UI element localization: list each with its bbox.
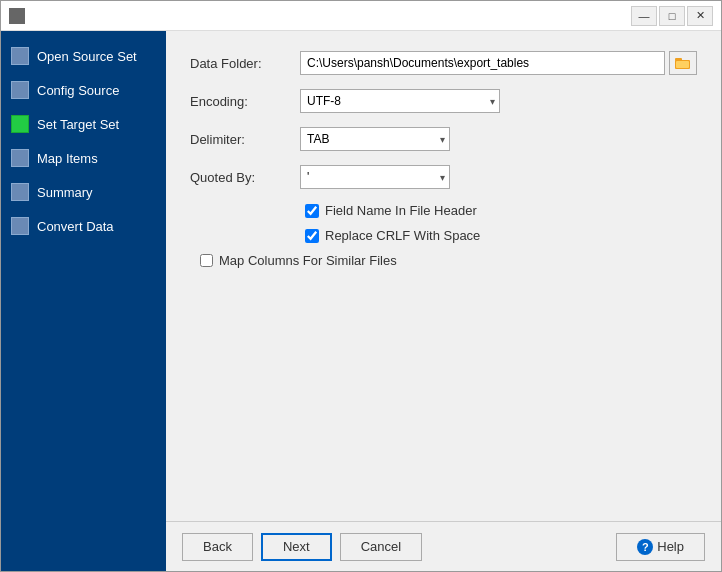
cancel-button[interactable]: Cancel [340, 533, 422, 561]
sidebar-item-convert-data[interactable]: Convert Data [1, 209, 166, 243]
set-target-set-icon [11, 115, 29, 133]
svg-rect-5 [675, 58, 682, 61]
quoted-by-row: Quoted By: ' " None [190, 165, 697, 189]
field-name-header-label[interactable]: Field Name In File Header [325, 203, 477, 218]
help-icon: ? [637, 539, 653, 555]
svg-rect-3 [18, 17, 22, 21]
footer-left: Back Next Cancel [182, 533, 422, 561]
sidebar: Open Source Set Config Source Set Target… [1, 31, 166, 571]
svg-rect-0 [12, 11, 16, 15]
encoding-label: Encoding: [190, 94, 300, 109]
quoted-by-select[interactable]: ' " None [300, 165, 450, 189]
convert-data-icon [11, 217, 29, 235]
summary-label: Summary [37, 185, 93, 200]
sidebar-item-open-source-set[interactable]: Open Source Set [1, 39, 166, 73]
main-window: — □ ✕ Open Source Set Config Source Set … [0, 0, 722, 572]
field-name-header-row: Field Name In File Header [190, 203, 697, 218]
map-items-label: Map Items [37, 151, 98, 166]
map-columns-label[interactable]: Map Columns For Similar Files [219, 253, 397, 268]
encoding-select-wrapper: UTF-8 UTF-16 ASCII ISO-8859-1 [300, 89, 500, 113]
close-button[interactable]: ✕ [687, 6, 713, 26]
title-bar: — □ ✕ [1, 1, 721, 31]
field-name-header-checkbox[interactable] [305, 204, 319, 218]
replace-crlf-checkbox[interactable] [305, 229, 319, 243]
content-area: Data Folder: Encodin [166, 31, 721, 571]
content-main: Data Folder: Encodin [166, 31, 721, 521]
app-icon [9, 8, 25, 24]
svg-rect-1 [18, 11, 22, 15]
convert-data-label: Convert Data [37, 219, 114, 234]
data-folder-input[interactable] [300, 51, 665, 75]
map-columns-row: Map Columns For Similar Files [190, 253, 697, 268]
next-button[interactable]: Next [261, 533, 332, 561]
data-folder-row: Data Folder: [190, 51, 697, 75]
encoding-row: Encoding: UTF-8 UTF-16 ASCII ISO-8859-1 [190, 89, 697, 113]
delimiter-row: Delimiter: TAB COMMA SEMICOLON PIPE [190, 127, 697, 151]
help-label: Help [657, 539, 684, 554]
window-body: Open Source Set Config Source Set Target… [1, 31, 721, 571]
sidebar-item-set-target-set[interactable]: Set Target Set [1, 107, 166, 141]
delimiter-select[interactable]: TAB COMMA SEMICOLON PIPE [300, 127, 450, 151]
back-button[interactable]: Back [182, 533, 253, 561]
replace-crlf-row: Replace CRLF With Space [190, 228, 697, 243]
folder-icon [675, 56, 691, 70]
browse-button[interactable] [669, 51, 697, 75]
delimiter-label: Delimiter: [190, 132, 300, 147]
delimiter-select-wrapper: TAB COMMA SEMICOLON PIPE [300, 127, 450, 151]
sidebar-item-summary[interactable]: Summary [1, 175, 166, 209]
config-source-label: Config Source [37, 83, 119, 98]
data-folder-label: Data Folder: [190, 56, 300, 71]
data-folder-control [300, 51, 697, 75]
svg-rect-6 [676, 61, 689, 68]
encoding-select[interactable]: UTF-8 UTF-16 ASCII ISO-8859-1 [300, 89, 500, 113]
title-bar-left [9, 8, 25, 24]
footer-right: ? Help [616, 533, 705, 561]
map-columns-checkbox[interactable] [200, 254, 213, 267]
svg-rect-2 [12, 17, 16, 21]
maximize-button[interactable]: □ [659, 6, 685, 26]
title-bar-controls: — □ ✕ [631, 6, 713, 26]
quoted-by-label: Quoted By: [190, 170, 300, 185]
open-source-set-icon [11, 47, 29, 65]
footer: Back Next Cancel ? Help [166, 521, 721, 571]
help-button[interactable]: ? Help [616, 533, 705, 561]
summary-icon [11, 183, 29, 201]
replace-crlf-label[interactable]: Replace CRLF With Space [325, 228, 480, 243]
open-source-set-label: Open Source Set [37, 49, 137, 64]
map-items-icon [11, 149, 29, 167]
minimize-button[interactable]: — [631, 6, 657, 26]
sidebar-item-config-source[interactable]: Config Source [1, 73, 166, 107]
set-target-set-label: Set Target Set [37, 117, 119, 132]
sidebar-item-map-items[interactable]: Map Items [1, 141, 166, 175]
quoted-by-select-wrapper: ' " None [300, 165, 450, 189]
config-source-icon [11, 81, 29, 99]
